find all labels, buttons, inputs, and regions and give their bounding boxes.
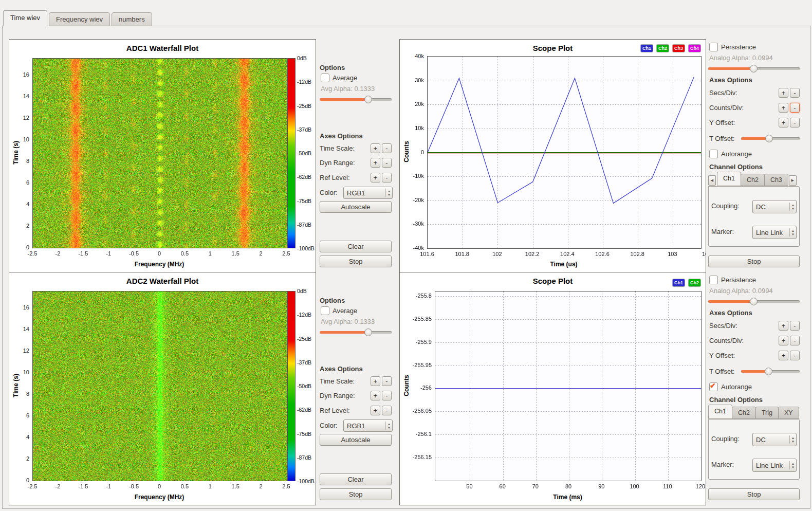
tick-label: -12dB (297, 79, 316, 85)
persistence-checkbox[interactable] (709, 43, 718, 51)
t-offset-label: T Offset: (709, 368, 734, 375)
coupling-select[interactable]: DC ▲▼ (752, 200, 797, 213)
slider-handle[interactable] (750, 298, 758, 305)
spinner[interactable]: ▲▼ (385, 422, 392, 430)
analog-alpha-slider[interactable] (708, 65, 800, 72)
analog-alpha-slider[interactable] (708, 298, 800, 305)
tab-scroll-right-button[interactable]: ▶ (789, 175, 797, 186)
tab-frequency-view[interactable]: Frequency wiev (49, 12, 110, 26)
persistence-label: Persistence (721, 276, 756, 284)
color-select[interactable]: RGB1 ▲▼ (343, 187, 393, 199)
spinner-down-icon: ▼ (387, 193, 391, 196)
autoscale-button[interactable]: Autoscale (320, 434, 392, 446)
dyn-range-row: Dyn Range: + - (320, 391, 392, 400)
tick-label: -25dB (297, 336, 316, 342)
t-offset-slider[interactable] (741, 368, 800, 375)
channel-legend: Ch1 Ch2 (673, 279, 700, 286)
y-offset-minus-button[interactable]: - (790, 118, 800, 127)
scope2-plot-canvas[interactable] (435, 291, 702, 481)
scope1-controls: Persistence Analog Alpha: 0.0994 Axes Op… (708, 39, 800, 271)
tab-numbers[interactable]: numbers (112, 12, 152, 26)
analog-alpha-label: Analog Alpha: 0.0994 (709, 54, 773, 62)
color-select[interactable]: RGB1 ▲▼ (343, 419, 393, 432)
channel-tab-ch1[interactable]: Ch1 (708, 405, 732, 419)
slider-handle[interactable] (364, 96, 372, 103)
clear-button[interactable]: Clear (320, 473, 392, 485)
marker-select[interactable]: Line Link ▲▼ (752, 459, 797, 472)
tick-label: -0.5 (124, 483, 144, 489)
channel-tab-xy[interactable]: XY (778, 407, 799, 419)
ref-level-plus-button[interactable]: + (371, 406, 380, 415)
channel-tab-ch3[interactable]: Ch3 (764, 174, 788, 186)
spinner[interactable]: ▲▼ (385, 189, 392, 197)
secs-div-minus-button[interactable]: - (790, 321, 800, 331)
y-offset-row: Y Offset: + - (709, 351, 800, 360)
spinner[interactable]: ▲▼ (789, 461, 796, 469)
x-axis-label: Time (us) (427, 261, 700, 268)
average-checkbox[interactable] (321, 74, 329, 82)
ref-level-minus-button[interactable]: - (382, 406, 392, 415)
counts-div-minus-button[interactable]: - (790, 336, 800, 345)
slider-handle[interactable] (765, 368, 772, 375)
time-scale-plus-button[interactable]: + (371, 376, 380, 386)
ref-level-minus-button[interactable]: - (382, 173, 392, 182)
counts-div-plus-button[interactable]: + (779, 336, 788, 345)
stop-button[interactable]: Stop (708, 488, 800, 500)
coupling-select[interactable]: DC ▲▼ (752, 433, 797, 446)
avg-alpha-slider[interactable] (320, 96, 392, 103)
autorange-checkbox[interactable] (709, 150, 718, 158)
tick-label: -2.5 (22, 483, 43, 489)
autorange-checkbox[interactable] (709, 382, 718, 391)
y-offset-minus-button[interactable]: - (790, 351, 800, 360)
dyn-range-minus-button[interactable]: - (382, 391, 392, 400)
secs-div-minus-button[interactable]: - (790, 88, 800, 98)
tab-scroll-left-button[interactable]: ◀ (708, 175, 716, 186)
ref-level-plus-button[interactable]: + (371, 173, 380, 182)
marker-select[interactable]: Line Link ▲▼ (752, 226, 797, 239)
stop-button[interactable]: Stop (320, 488, 392, 500)
marker-select-value: Line Link (753, 229, 789, 236)
spinner[interactable]: ▲▼ (789, 203, 796, 211)
secs-div-plus-button[interactable]: + (779, 88, 788, 98)
channel-tab-ch2[interactable]: Ch2 (732, 407, 756, 419)
tick-label: -256.15 (400, 454, 432, 460)
tick-label: -40k (400, 245, 424, 251)
slider-handle[interactable] (750, 65, 758, 72)
slider-handle[interactable] (364, 328, 372, 336)
dyn-range-plus-button[interactable]: + (371, 158, 380, 168)
time-scale-minus-button[interactable]: - (382, 376, 392, 386)
autoscale-button[interactable]: Autoscale (320, 201, 392, 213)
time-scale-minus-button[interactable]: - (382, 143, 392, 153)
tick-label: 50 (457, 483, 482, 489)
dyn-range-plus-button[interactable]: + (371, 391, 380, 400)
spinner-up-icon: ▲ (791, 462, 795, 465)
channel-tab-ch1[interactable]: Ch1 (717, 172, 741, 186)
average-checkbox[interactable] (321, 306, 329, 315)
tab-time-view[interactable]: Time wiev (3, 10, 47, 26)
waterfall1-plot-canvas[interactable] (32, 58, 287, 248)
clear-button[interactable]: Clear (320, 241, 392, 252)
spinner[interactable]: ▲▼ (789, 435, 796, 444)
channel-tab-trig[interactable]: Trig (755, 407, 779, 419)
tick-label: 6 (9, 412, 29, 418)
waterfall2-plot-canvas[interactable] (32, 291, 287, 481)
persistence-checkbox[interactable] (709, 276, 718, 284)
counts-div-minus-button[interactable]: - (790, 103, 800, 113)
y-offset-plus-button[interactable]: + (779, 118, 788, 127)
counts-div-plus-button[interactable]: + (779, 103, 788, 113)
channel-tab-ch2[interactable]: Ch2 (741, 174, 765, 186)
slider-handle[interactable] (765, 135, 773, 142)
secs-div-plus-button[interactable]: + (779, 321, 788, 331)
avg-alpha-slider[interactable] (320, 328, 392, 336)
scope1-plot-canvas[interactable] (427, 56, 702, 249)
y-offset-plus-button[interactable]: + (779, 351, 788, 360)
dyn-range-minus-button[interactable]: - (382, 158, 392, 168)
ch1-badge: Ch1 (641, 45, 653, 52)
tick-label: 0 (149, 250, 170, 257)
time-scale-plus-button[interactable]: + (371, 143, 380, 153)
stop-button[interactable]: Stop (320, 256, 392, 267)
stop-button[interactable]: Stop (708, 256, 800, 267)
t-offset-slider[interactable] (741, 135, 800, 142)
spinner[interactable]: ▲▼ (789, 228, 796, 236)
spinner-down-icon: ▼ (791, 440, 795, 443)
